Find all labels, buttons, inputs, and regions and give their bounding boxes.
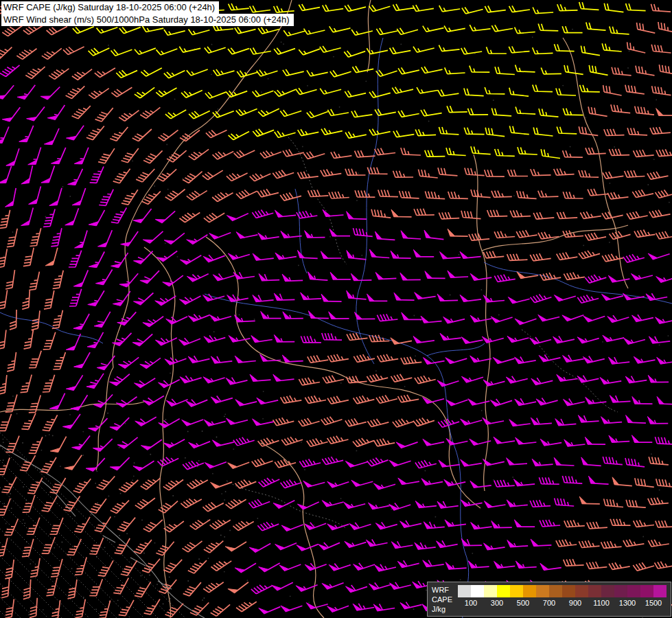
map-canvas [0,0,672,618]
legend-tick: 100 [465,599,477,607]
legend-color-swatch [588,585,601,597]
wind-barbs-layer [0,2,672,618]
cape-legend: WRF CAPE J/kg 10030050070090011001300150… [427,582,671,617]
legend-color-swatch [575,585,588,597]
legend-color-swatch [640,585,653,597]
legend-tick: 900 [569,599,581,607]
legend-color-swatch [484,585,497,597]
legend-color-swatch [653,585,667,597]
legend-tick: 1300 [619,599,636,607]
legend-tick: 1500 [645,599,662,607]
legend-color-swatch [601,585,614,597]
legend-colorbar [458,585,667,597]
legend-tick: 700 [543,599,555,607]
legend-tick: 300 [491,599,503,607]
rivers-layer [0,38,672,618]
admin-borders-layer [227,137,618,529]
wrf-weather-map-page: WRF CAPE (J/kg) Saturday 18-10-2025 06:0… [0,0,672,618]
legend-color-swatch [627,585,640,597]
legend-color-swatch [458,585,471,597]
legend-scale: 100300500700900110013001500 [458,585,667,607]
legend-tick-labels: 100300500700900110013001500 [458,597,667,607]
legend-variable-label: CAPE [432,595,452,604]
legend-model-label: WRF [432,585,452,595]
title-shear-line: WRF Wind shear (m/s) 500/1000hPa Saturda… [1,14,294,26]
legend-color-swatch [549,585,562,597]
legend-color-swatch [562,585,575,597]
legend-text-block: WRF CAPE J/kg [432,585,452,614]
legend-color-swatch [510,585,523,597]
title-cape-line: WRF CAPE (J/kg) Saturday 18-10-2025 06:0… [1,1,219,14]
legend-tick: 500 [517,599,529,607]
legend-tick: 1100 [593,599,610,607]
legend-color-swatch [614,585,627,597]
legend-color-swatch [523,585,536,597]
legend-color-swatch [536,585,549,597]
legend-color-swatch [471,585,484,597]
legend-color-swatch [497,585,510,597]
title-block: WRF CAPE (J/kg) Saturday 18-10-2025 06:0… [1,1,294,26]
legend-units-label: J/kg [432,604,452,614]
